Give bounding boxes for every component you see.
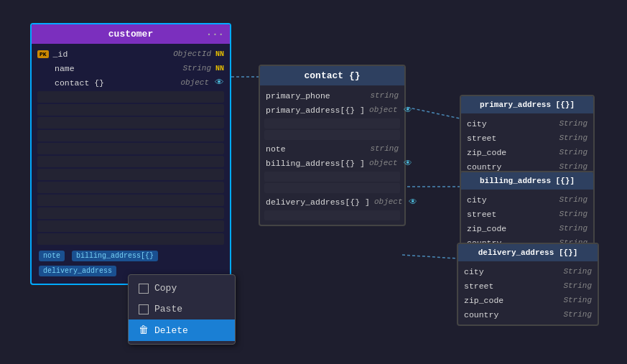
field-type-ba-zip: String (559, 224, 587, 233)
context-menu-copy[interactable]: Copy (129, 278, 235, 299)
field-name-da-street: street (464, 281, 559, 291)
field-name-contact: contact {} (55, 78, 176, 88)
field-name-id: _id (53, 50, 169, 59)
paste-icon (139, 304, 149, 314)
delete-icon: 🗑 (139, 325, 149, 336)
delete-label: Delete (154, 325, 188, 336)
field-type-primary-phone: string (370, 91, 399, 100)
gray-row-6 (37, 156, 224, 167)
context-menu-paste[interactable]: Paste (129, 299, 235, 319)
field-row-da-city[interactable]: city String (458, 264, 598, 279)
contact-table-body: primary_phone string primary_address[{} … (260, 85, 404, 225)
gray-row-2 (37, 104, 224, 116)
field-type-name: String (182, 64, 211, 73)
field-type-contact: object (180, 78, 209, 87)
billing-address-table[interactable]: billing_address [{}] city String street … (460, 171, 595, 254)
field-row-ba-zip[interactable]: zip_code String (461, 221, 593, 235)
gray-row-5 (37, 143, 224, 154)
field-type-da-street: String (563, 281, 592, 290)
billing-address-title: billing_address [{}] (480, 177, 575, 185)
primary-address-body: city String street String zip_code Strin… (461, 113, 593, 177)
field-name-ba-city: city (467, 195, 554, 205)
tag-note: note (39, 251, 65, 261)
field-row-ba-city[interactable]: city String (461, 192, 593, 207)
billing-address-header: billing_address [{}] (461, 172, 593, 190)
field-name-pa-zip: zip_code (467, 148, 554, 157)
contact-table[interactable]: contact {} primary_phone string primary_… (259, 65, 406, 226)
contact-gray-1 (264, 118, 400, 129)
field-name-da-country: country (464, 310, 559, 319)
customer-table-header: customer ··· (32, 24, 230, 44)
svg-line-3 (402, 255, 457, 258)
field-row-id[interactable]: PK _id ObjectId NN (32, 47, 230, 61)
customer-table[interactable]: customer ··· PK _id ObjectId NN name Str… (30, 23, 231, 285)
field-constraint-id: NN (215, 50, 224, 58)
field-type-pa-country: String (559, 162, 587, 171)
field-type-delivery-addr: object (374, 197, 403, 206)
customer-menu-dots[interactable]: ··· (206, 29, 224, 40)
gray-row-9 (37, 195, 224, 206)
field-type-billing-addr: object (369, 159, 398, 167)
delivery-address-table[interactable]: delivery_address [{}] city String street… (457, 243, 599, 326)
delivery-address-title: delivery_address [{}] (478, 248, 578, 257)
primary-address-table[interactable]: primary_address [{}] city String street … (460, 95, 595, 178)
field-type-note: string (370, 144, 399, 153)
field-row-pa-zip[interactable]: zip_code String (461, 145, 593, 159)
gray-row-11 (37, 220, 224, 232)
field-row-billing-addr[interactable]: billing_address[{} ] object 👁 (260, 156, 404, 170)
field-row-contact[interactable]: contact {} object 👁 (32, 75, 230, 90)
field-name-billing-addr: billing_address[{} ] (266, 159, 365, 168)
context-menu-delete[interactable]: 🗑 Delete (129, 319, 235, 341)
field-name-primary-addr: primary_address[{} ] (266, 106, 365, 115)
field-type-pa-street: String (559, 134, 587, 142)
context-menu[interactable]: Copy Paste 🗑 Delete (128, 274, 236, 345)
field-name-primary-phone: primary_phone (266, 91, 366, 101)
delivery-address-header: delivery_address [{}] (458, 244, 598, 261)
field-row-primary-addr[interactable]: primary_address[{} ] object 👁 (260, 103, 404, 117)
field-name-name: name (55, 64, 178, 73)
gray-row-8 (37, 182, 224, 193)
delivery-address-body: city String street String zip_code Strin… (458, 261, 598, 325)
eye-icon-delivery-addr[interactable]: 👁 (409, 197, 417, 207)
contact-title: contact {} (304, 70, 360, 81)
field-type-da-city: String (563, 267, 592, 276)
customer-title: customer (108, 29, 153, 39)
eye-icon-contact[interactable]: 👁 (215, 78, 224, 88)
primary-address-title: primary_address [{}] (480, 101, 575, 109)
field-type-pa-city: String (559, 119, 587, 128)
field-name-pa-city: city (467, 119, 554, 129)
field-type-ba-street: String (559, 210, 587, 218)
field-row-da-street[interactable]: street String (458, 279, 598, 293)
field-name-da-zip: zip_code (464, 296, 559, 305)
field-constraint-name: NN (215, 65, 224, 73)
paste-label: Paste (154, 304, 182, 314)
field-row-da-country[interactable]: country String (458, 307, 598, 322)
field-row-ba-street[interactable]: street String (461, 207, 593, 221)
field-row-primary-phone[interactable]: primary_phone string (260, 88, 404, 103)
gray-row-3 (37, 117, 224, 129)
field-name-pa-street: street (467, 134, 554, 143)
primary-address-header: primary_address [{}] (461, 96, 593, 113)
field-row-note[interactable]: note string (260, 141, 404, 156)
field-row-delivery-addr[interactable]: delivery_address[{} ] object 👁 (260, 195, 404, 209)
field-row-name[interactable]: name String NN (32, 61, 230, 75)
main-canvas: customer ··· PK _id ObjectId NN name Str… (0, 0, 627, 364)
eye-icon-billing-addr[interactable]: 👁 (404, 158, 412, 169)
field-row-pa-city[interactable]: city String (461, 116, 593, 131)
contact-gray-5 (264, 210, 400, 220)
field-name-pa-country: country (467, 162, 554, 172)
tag-delivery: delivery_address (39, 266, 116, 276)
field-type-pa-zip: String (559, 148, 587, 157)
field-name-note: note (266, 144, 366, 154)
field-type-da-country: String (563, 310, 592, 319)
field-type-primary-addr: object (369, 106, 398, 114)
field-row-pa-street[interactable]: street String (461, 131, 593, 145)
copy-label: Copy (154, 283, 177, 294)
contact-gray-3 (264, 172, 400, 182)
eye-icon-primary-addr[interactable]: 👁 (404, 105, 412, 116)
pk-badge: PK (37, 50, 49, 58)
field-name-delivery-addr: delivery_address[{} ] (266, 197, 370, 207)
field-row-da-zip[interactable]: zip_code String (458, 293, 598, 307)
gray-row-12 (37, 233, 224, 245)
contact-gray-2 (264, 130, 400, 140)
